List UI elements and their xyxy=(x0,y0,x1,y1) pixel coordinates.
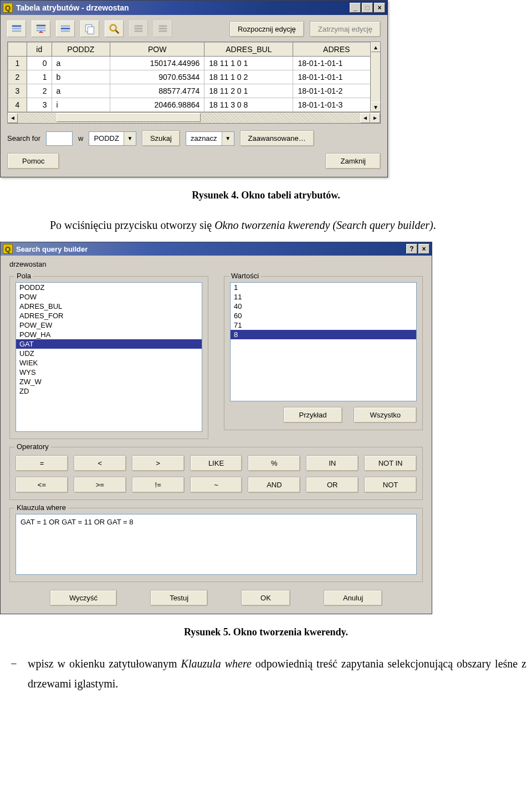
attribute-table[interactable]: id PODDZ POW ADRES_BUL ADRES 10a150174.4… xyxy=(8,42,380,112)
cell-id[interactable]: 1 xyxy=(27,70,52,84)
col-adres-bul[interactable]: ADRES_BUL xyxy=(204,43,293,57)
cell-adres-bul[interactable]: 18 11 1 0 1 xyxy=(204,57,293,70)
cell-pow[interactable]: 20466.98864 xyxy=(110,98,204,112)
close-button[interactable]: × xyxy=(418,244,429,254)
operator-button[interactable]: NOT IN xyxy=(364,455,417,471)
all-button[interactable]: Wszystko xyxy=(354,407,417,423)
advanced-button[interactable]: Zaawansowane… xyxy=(240,130,314,146)
search-button[interactable]: Szukaj xyxy=(142,130,180,146)
scroll-thumb[interactable] xyxy=(57,113,201,122)
scroll-left-icon[interactable]: ◄ xyxy=(8,113,18,123)
operator-button[interactable]: = xyxy=(16,455,68,471)
cell-pow[interactable]: 150174.44996 xyxy=(110,57,204,70)
field-item[interactable]: WYS xyxy=(16,368,202,377)
field-item[interactable]: ADRES_FOR xyxy=(16,311,202,320)
operator-button[interactable]: % xyxy=(248,455,300,471)
horizontal-scrollbar[interactable]: ◄ ◄ ► xyxy=(8,112,380,123)
table-row[interactable]: 43i20466.9886418 11 3 0 818-01-1-01-3 xyxy=(8,98,380,112)
row-number[interactable]: 3 xyxy=(8,84,27,98)
titlebar[interactable]: Q Search query builder ? × xyxy=(1,242,432,256)
field-item[interactable]: POW_EW xyxy=(16,320,202,330)
cell-adres[interactable]: 18-01-1-01-1 xyxy=(293,70,380,84)
col-poddz[interactable]: PODDZ xyxy=(52,43,110,57)
operator-button[interactable]: AND xyxy=(248,477,300,493)
col-adres[interactable]: ADRES xyxy=(293,43,380,57)
titlebar[interactable]: Q Tabela atrybutów - drzewostan _ □ × xyxy=(1,1,387,15)
value-item[interactable]: 60 xyxy=(231,311,416,320)
fields-listbox[interactable]: PODDZPOWADRES_BULADRES_FORPOW_EWPOW_HAGA… xyxy=(16,282,202,432)
ok-button[interactable]: OK xyxy=(241,590,290,606)
operator-button[interactable]: OR xyxy=(306,477,359,493)
row-number[interactable]: 4 xyxy=(8,98,27,112)
row-number[interactable]: 2 xyxy=(8,70,27,84)
scroll-right2-icon[interactable]: ► xyxy=(370,113,380,123)
invert-selection-icon[interactable] xyxy=(56,21,75,37)
row-number[interactable]: 1 xyxy=(8,57,27,70)
field-item[interactable]: ADRES_BUL xyxy=(16,302,202,311)
field-item[interactable]: ZW_W xyxy=(16,377,202,386)
operator-button[interactable]: != xyxy=(132,477,185,493)
field-item[interactable]: POW xyxy=(16,292,202,302)
field-item[interactable]: WIEK xyxy=(16,358,202,368)
value-item[interactable]: 8 xyxy=(231,330,416,339)
operator-button[interactable]: < xyxy=(74,455,126,471)
scroll-down-icon[interactable]: ▼ xyxy=(371,102,381,112)
cell-adres-bul[interactable]: 18 11 1 0 2 xyxy=(204,70,293,84)
cell-id[interactable]: 3 xyxy=(27,98,52,112)
table-row[interactable]: 21b9070.6534418 11 1 0 218-01-1-01-1 xyxy=(8,70,380,84)
cell-pow[interactable]: 88577.4774 xyxy=(110,84,204,98)
vertical-scrollbar[interactable]: ▲ ▼ xyxy=(370,42,380,112)
dropdown-icon[interactable]: ▼ xyxy=(222,132,234,145)
operator-button[interactable]: IN xyxy=(306,455,359,471)
operator-button[interactable]: > xyxy=(132,455,185,471)
scroll-up-icon[interactable]: ▲ xyxy=(371,42,381,52)
mark-combo[interactable]: zaznacz ▼ xyxy=(186,131,234,146)
clear-button[interactable]: Wyczyść xyxy=(50,590,117,606)
table-row[interactable]: 32a88577.477418 11 2 0 118-01-1-01-2 xyxy=(8,84,380,98)
scroll-right-icon[interactable]: ◄ xyxy=(360,113,370,123)
where-textarea[interactable]: GAT = 1 OR GAT = 11 OR GAT = 8 xyxy=(16,514,417,575)
help-button[interactable]: Pomoc xyxy=(7,153,59,169)
test-button[interactable]: Testuj xyxy=(150,590,208,606)
field-item[interactable]: PODDZ xyxy=(16,283,202,292)
cell-adres-bul[interactable]: 18 11 3 0 8 xyxy=(204,98,293,112)
close-dialog-button[interactable]: Zamknij xyxy=(325,153,381,169)
value-item[interactable]: 1 xyxy=(231,283,416,292)
col-rownum[interactable] xyxy=(8,43,27,57)
cancel-button[interactable]: Anuluj xyxy=(324,590,382,606)
sample-button[interactable]: Przykład xyxy=(283,407,343,423)
value-item[interactable]: 71 xyxy=(231,320,416,330)
table-row[interactable]: 10a150174.4499618 11 1 0 118-01-1-01-1 xyxy=(8,57,380,70)
value-item[interactable]: 11 xyxy=(231,292,416,302)
help-win-button[interactable]: ? xyxy=(406,244,417,254)
operator-button[interactable]: LIKE xyxy=(190,455,243,471)
cell-poddz[interactable]: a xyxy=(52,84,110,98)
field-item[interactable]: ZD xyxy=(16,386,202,396)
search-field-combo[interactable]: PODDZ ▼ xyxy=(89,131,136,146)
cell-pow[interactable]: 9070.65344 xyxy=(110,70,204,84)
copy-selection-icon[interactable] xyxy=(80,21,99,37)
cell-adres-bul[interactable]: 18 11 2 0 1 xyxy=(204,84,293,98)
cell-id[interactable]: 2 xyxy=(27,84,52,98)
values-listbox[interactable]: 1114060718 xyxy=(230,282,417,401)
cell-poddz[interactable]: a xyxy=(52,57,110,70)
close-button[interactable]: × xyxy=(374,3,385,13)
maximize-button[interactable]: □ xyxy=(362,3,373,13)
unselect-all-icon[interactable] xyxy=(7,21,26,37)
value-item[interactable]: 40 xyxy=(231,302,416,311)
cell-id[interactable]: 0 xyxy=(27,57,52,70)
minimize-button[interactable]: _ xyxy=(350,3,361,13)
move-selection-top-icon[interactable] xyxy=(32,21,50,37)
operator-button[interactable]: NOT xyxy=(364,477,417,493)
cell-adres[interactable]: 18-01-1-01-3 xyxy=(293,98,380,112)
zoom-to-selection-icon[interactable] xyxy=(105,21,124,37)
cell-poddz[interactable]: i xyxy=(52,98,110,112)
dropdown-icon[interactable]: ▼ xyxy=(124,132,136,145)
search-input[interactable] xyxy=(46,131,73,146)
col-pow[interactable]: POW xyxy=(110,43,204,57)
col-id[interactable]: id xyxy=(27,43,52,57)
cell-poddz[interactable]: b xyxy=(52,70,110,84)
field-item[interactable]: POW_HA xyxy=(16,330,202,339)
field-item[interactable]: UDZ xyxy=(16,349,202,358)
operator-button[interactable]: <= xyxy=(16,477,68,493)
